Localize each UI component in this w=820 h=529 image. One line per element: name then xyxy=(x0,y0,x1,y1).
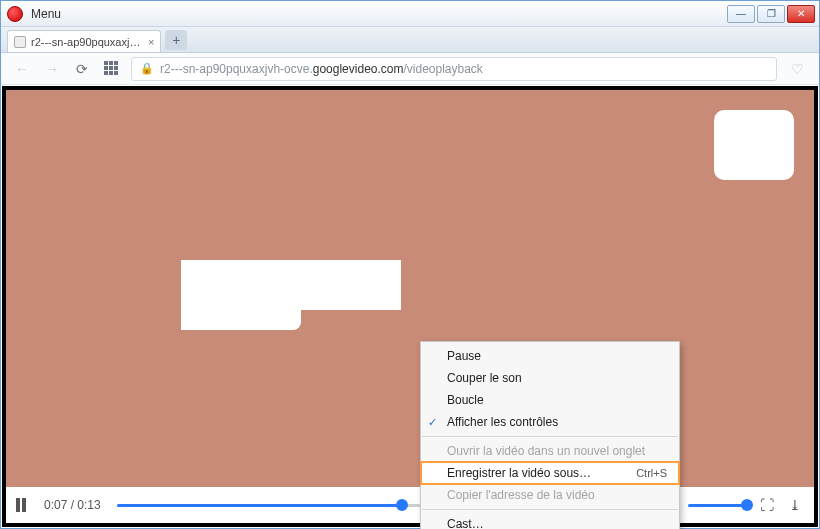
pause-button[interactable] xyxy=(16,496,34,514)
ctx-copy-url[interactable]: Copier l'adresse de la vidéo xyxy=(421,484,679,506)
tab-title: r2---sn-ap90pquxaxjvh-oc xyxy=(31,36,141,48)
volume-slider[interactable] xyxy=(688,504,748,507)
video-area[interactable] xyxy=(6,90,814,487)
opera-logo-icon xyxy=(7,6,23,22)
video-controls: 0:07 / 0:13 🔊 ⛶ ⤓ xyxy=(6,487,814,523)
redaction-block xyxy=(181,260,401,310)
browser-window: Menu — ❐ ✕ r2---sn-ap90pquxaxjvh-oc × + … xyxy=(0,0,820,529)
volume-thumb[interactable] xyxy=(741,499,753,511)
tab-strip: r2---sn-ap90pquxaxjvh-oc × + xyxy=(1,27,819,53)
close-window-button[interactable]: ✕ xyxy=(787,5,815,23)
forward-button[interactable]: → xyxy=(41,58,63,80)
grid-icon xyxy=(104,61,120,77)
toolbar: ← → ⟳ 🔒 r2---sn-ap90pquxaxjvh-ocve.googl… xyxy=(1,53,819,85)
title-bar: Menu — ❐ ✕ xyxy=(1,1,819,27)
reload-button[interactable]: ⟳ xyxy=(71,58,93,80)
bookmark-heart-button[interactable]: ♡ xyxy=(785,58,809,80)
ctx-pause[interactable]: Pause xyxy=(421,345,679,367)
ctx-save-as[interactable]: Enregistrer la vidéo sous…Ctrl+S xyxy=(421,462,679,484)
video-context-menu: Pause Couper le son Boucle ✓Afficher les… xyxy=(420,341,680,529)
speed-dial-button[interactable] xyxy=(101,58,123,80)
ctx-show-controls[interactable]: ✓Afficher les contrôles xyxy=(421,411,679,433)
redaction-block xyxy=(714,110,794,180)
minimize-button[interactable]: — xyxy=(727,5,755,23)
ctx-cast[interactable]: Cast… xyxy=(421,513,679,529)
download-button[interactable]: ⤓ xyxy=(786,497,804,513)
seek-thumb[interactable] xyxy=(396,499,408,511)
ctx-loop[interactable]: Boucle xyxy=(421,389,679,411)
maximize-button[interactable]: ❐ xyxy=(757,5,785,23)
check-icon: ✓ xyxy=(428,416,437,429)
back-button[interactable]: ← xyxy=(11,58,33,80)
separator xyxy=(422,509,678,510)
url-text: r2---sn-ap90pquxaxjvh-ocve.googlevideo.c… xyxy=(160,62,483,76)
page-content: 0:07 / 0:13 🔊 ⛶ ⤓ Pause Couper le son Bo… xyxy=(2,86,818,527)
new-tab-button[interactable]: + xyxy=(165,30,187,50)
opera-menu-button[interactable]: Menu xyxy=(27,7,65,21)
url-subdomain: r2---sn-ap90pquxaxjvh-ocve. xyxy=(160,62,313,76)
title-bar-left: Menu xyxy=(3,6,65,22)
time-display: 0:07 / 0:13 xyxy=(44,498,101,512)
shortcut-label: Ctrl+S xyxy=(626,467,667,479)
seek-progress xyxy=(117,504,402,507)
fullscreen-button[interactable]: ⛶ xyxy=(758,497,776,513)
ctx-mute[interactable]: Couper le son xyxy=(421,367,679,389)
url-domain: googlevideo.com xyxy=(313,62,404,76)
tab-close-button[interactable]: × xyxy=(148,36,154,48)
browser-tab[interactable]: r2---sn-ap90pquxaxjvh-oc × xyxy=(7,30,161,52)
lock-icon: 🔒 xyxy=(140,62,154,75)
window-controls: — ❐ ✕ xyxy=(727,5,817,23)
separator xyxy=(422,436,678,437)
ctx-open-new-tab[interactable]: Ouvrir la vidéo dans un nouvel onglet xyxy=(421,440,679,462)
url-path: /videoplayback xyxy=(403,62,482,76)
page-favicon-icon xyxy=(14,36,26,48)
address-bar[interactable]: 🔒 r2---sn-ap90pquxaxjvh-ocve.googlevideo… xyxy=(131,57,777,81)
